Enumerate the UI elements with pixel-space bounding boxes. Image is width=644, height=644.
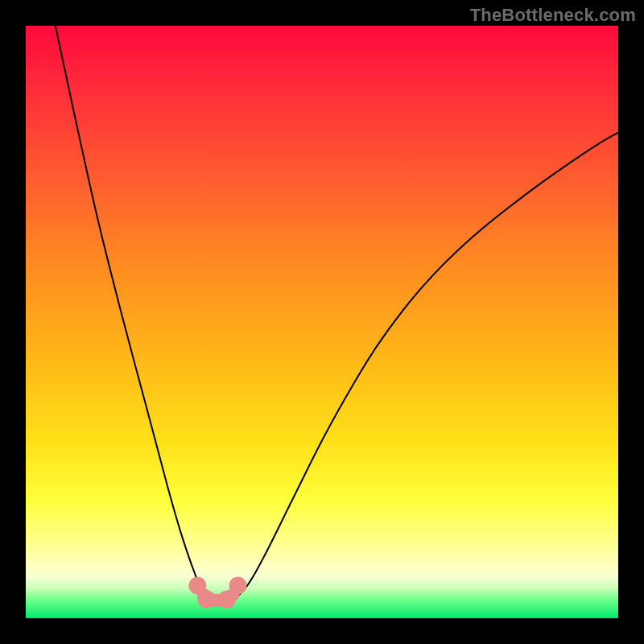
watermark-text: TheBottleneck.com	[470, 5, 636, 26]
plot-svg	[26, 26, 618, 618]
bottleneck-curve	[56, 26, 618, 605]
marker-dot	[229, 577, 247, 595]
chart-area	[26, 26, 618, 618]
marker-dot	[198, 590, 216, 608]
